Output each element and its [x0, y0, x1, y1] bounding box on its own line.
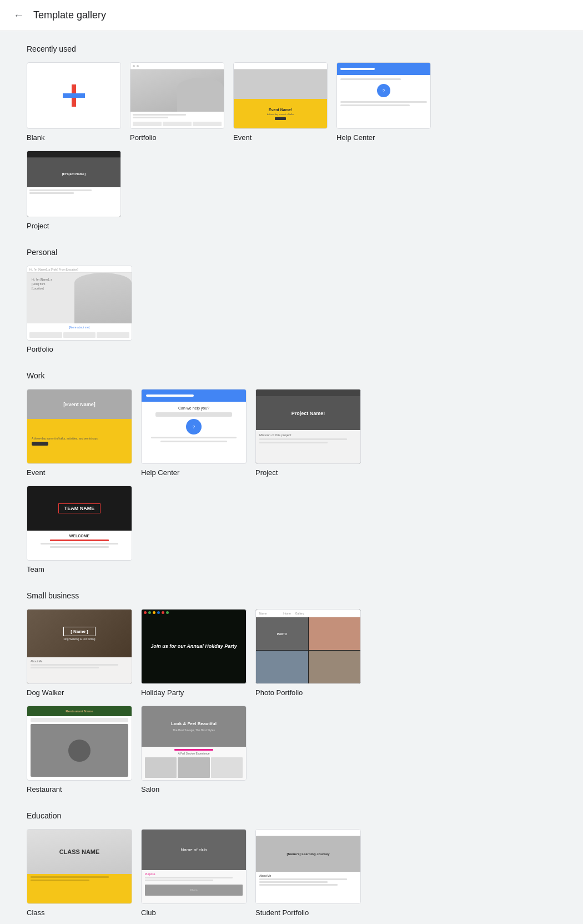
- template-thumb-portfolio-recent: [130, 62, 224, 129]
- template-holiday-party[interactable]: Join us for our Annual Holiday Party Hol…: [141, 609, 247, 697]
- small-business-grid: [ Name ] Dog Walking & Pet Sitting About…: [27, 609, 473, 793]
- club-name-label: Name of club: [180, 847, 207, 852]
- template-thumb-salon: Look & Feel Beautiful The Best Savage, T…: [141, 706, 247, 781]
- back-button[interactable]: ←: [13, 9, 24, 22]
- template-blank[interactable]: Blank: [27, 62, 121, 142]
- template-label-project-work: Project: [255, 468, 361, 477]
- template-label-holiday-party: Holiday Party: [141, 688, 247, 697]
- template-thumb-portfolio-personal: Hi, I'm [Name], a [Role] From [Location]…: [27, 266, 132, 341]
- template-portfolio-recent[interactable]: Portfolio: [130, 62, 224, 142]
- template-thumb-photo-portfolio: Name Home Gallery PHOTO: [255, 609, 361, 684]
- class-name-label: CLASS NAME: [59, 848, 100, 855]
- template-label-student-portfolio: Student Portfolio: [255, 908, 361, 917]
- template-thumb-event-work: [Event Name] A three-day summit of talks…: [27, 389, 132, 464]
- template-event-recent[interactable]: Event Name! A three-day summit of talks …: [233, 62, 328, 142]
- template-thumb-project-work: Project Name! Mission of this project: [255, 389, 361, 464]
- salon-sub-label: The Best Savage, The Best Styles: [173, 728, 215, 732]
- template-portfolio-personal[interactable]: Hi, I'm [Name], a [Role] From [Location]…: [27, 266, 132, 353]
- template-label-club: Club: [141, 908, 247, 917]
- template-thumb-class: CLASS NAME: [27, 829, 132, 904]
- team-name-label: TEAM NAME: [58, 503, 101, 513]
- section-personal: Personal Hi, I'm [Name], a [Role] From […: [27, 248, 473, 353]
- template-thumb-dog-walker: [ Name ] Dog Walking & Pet Sitting About…: [27, 609, 132, 684]
- header: ← Template gallery: [0, 0, 583, 31]
- template-thumb-event-recent: Event Name! A three-day summit of talks: [233, 62, 328, 129]
- template-thumb-help-center-recent: ?: [336, 62, 431, 129]
- section-title-work: Work: [27, 371, 473, 380]
- personal-grid: Hi, I'm [Name], a [Role] From [Location]…: [27, 266, 473, 353]
- template-thumb-restaurant: Restaurant Name: [27, 706, 132, 781]
- education-grid: CLASS NAME Class Name of club Purpos: [27, 829, 473, 917]
- salon-body-label: A Full Service Experience: [145, 752, 243, 755]
- template-label-portfolio-recent: Portfolio: [130, 133, 224, 142]
- template-student-portfolio[interactable]: [Name's] Learning Journey About Me Stude…: [255, 829, 361, 917]
- work-grid: [Event Name] A three-day summit of talks…: [27, 389, 473, 573]
- template-label-event-recent: Event: [233, 133, 328, 142]
- template-salon[interactable]: Look & Feel Beautiful The Best Savage, T…: [141, 706, 247, 793]
- section-work: Work [Event Name] A three-day summit of …: [27, 371, 473, 573]
- template-label-portfolio-personal: Portfolio: [27, 345, 132, 353]
- template-label-help-center-work: Help Center: [141, 468, 247, 477]
- template-class[interactable]: CLASS NAME Class: [27, 829, 132, 917]
- dog-walker-name-label: [ Name ]: [63, 627, 95, 636]
- student-title-label: [Name's] Learning Journey: [287, 852, 329, 856]
- template-help-center-recent[interactable]: ? Help Center: [336, 62, 431, 142]
- restaurant-name-label: Restaurant Name: [66, 710, 93, 713]
- holiday-text-label: Join us for our Annual Holiday Party: [150, 643, 237, 650]
- welcome-label: WELCOME: [69, 534, 90, 538]
- section-title-personal: Personal: [27, 248, 473, 257]
- template-thumb-team-work: TEAM NAME WELCOME: [27, 486, 132, 561]
- template-label-blank: Blank: [27, 133, 121, 142]
- main-content: Recently used Blank: [0, 31, 500, 924]
- template-label-dog-walker: Dog Walker: [27, 688, 132, 697]
- template-thumb-holiday-party: Join us for our Annual Holiday Party: [141, 609, 247, 684]
- template-thumb-help-center-work: Can we help you? ?: [141, 389, 247, 464]
- template-label-restaurant: Restaurant: [27, 785, 132, 793]
- template-photo-portfolio[interactable]: Name Home Gallery PHOTO: [255, 609, 361, 697]
- salon-title-label: Look & Feel Beautiful: [171, 721, 217, 727]
- template-label-help-center-recent: Help Center: [336, 133, 431, 142]
- template-thumb-blank: [27, 62, 121, 129]
- template-dog-walker[interactable]: [ Name ] Dog Walking & Pet Sitting About…: [27, 609, 132, 697]
- template-label-salon: Salon: [141, 785, 247, 793]
- section-small-business: Small business [ Name ] Dog Walking & Pe…: [27, 591, 473, 793]
- template-label-team-work: Team: [27, 565, 132, 573]
- template-help-center-work[interactable]: Can we help you? ? Help Center: [141, 389, 247, 477]
- dog-sub-label: Dog Walking & Pet Sitting: [63, 637, 95, 641]
- template-label-class: Class: [27, 908, 132, 917]
- template-project-recent[interactable]: [Project Name] Project: [27, 151, 121, 230]
- template-thumb-project-recent: [Project Name]: [27, 151, 121, 217]
- template-project-work[interactable]: Project Name! Mission of this project Pr…: [255, 389, 361, 477]
- template-thumb-club: Name of club Purpose Photo: [141, 829, 247, 904]
- template-label-photo-portfolio: Photo Portfolio: [255, 688, 361, 697]
- svg-rect-1: [63, 93, 85, 98]
- recently-used-grid: Blank: [27, 62, 473, 230]
- section-title-small-business: Small business: [27, 591, 473, 600]
- section-education: Education CLASS NAME Class: [27, 811, 473, 917]
- template-restaurant[interactable]: Restaurant Name Restaurant: [27, 706, 132, 793]
- section-title-recently-used: Recently used: [27, 44, 473, 53]
- section-title-education: Education: [27, 811, 473, 820]
- page-title: Template gallery: [33, 9, 106, 21]
- template-label-project-recent: Project: [27, 222, 121, 230]
- section-recently-used: Recently used Blank: [27, 44, 473, 230]
- template-team-work[interactable]: TEAM NAME WELCOME Team: [27, 486, 132, 573]
- template-club[interactable]: Name of club Purpose Photo Club: [141, 829, 247, 917]
- template-event-work[interactable]: [Event Name] A three-day summit of talks…: [27, 389, 132, 477]
- event-name-label: Event Name!: [269, 108, 292, 112]
- template-label-event-work: Event: [27, 468, 132, 477]
- template-thumb-student-portfolio: [Name's] Learning Journey About Me: [255, 829, 361, 904]
